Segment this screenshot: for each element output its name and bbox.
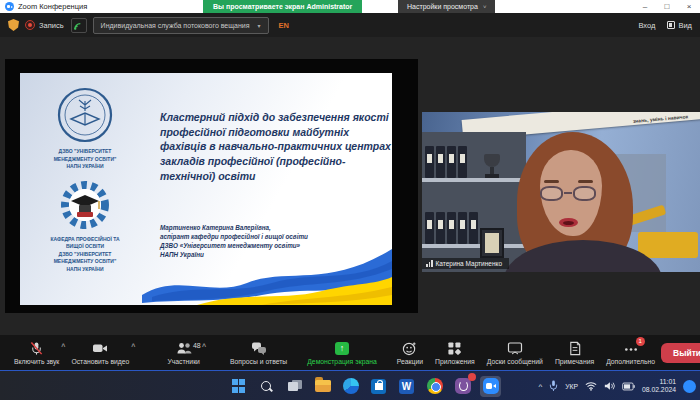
more-button[interactable]: 1 Дополнительно	[600, 335, 661, 370]
smiley-icon	[402, 341, 417, 356]
file-explorer-button[interactable]	[312, 376, 333, 397]
zoom-toolbar: Включить звук ^ Остановить видео ^ 48 Уч…	[0, 335, 700, 370]
hidden-icons-chevron[interactable]: ^	[538, 382, 542, 391]
volume-icon[interactable]	[604, 381, 615, 391]
window-controls: – □ ×	[634, 0, 700, 13]
department-logo-caption: КАФЕДРА ПРОФЕСІЙНОЇ ТА ВИЩОЇ ОСВІТИ ДЗВО…	[50, 236, 119, 274]
wifi-icon[interactable]	[585, 381, 597, 391]
stop-video-button[interactable]: Остановить видео	[65, 335, 135, 370]
eyebrow	[544, 180, 559, 183]
search-icon	[259, 379, 274, 394]
chevron-down-icon: ˅	[483, 4, 487, 10]
clock-time: 11:01	[642, 378, 676, 386]
viber-notification-badge	[468, 373, 476, 381]
language-badge[interactable]: EN	[279, 21, 289, 30]
task-view-icon	[288, 380, 302, 392]
recording-label: Запись	[39, 21, 64, 30]
taskbar-search[interactable]	[256, 376, 277, 397]
audio-signal-icon	[426, 260, 433, 267]
windows-taskbar: W ^ УКР 11:01 08.02.2024	[0, 370, 700, 400]
folder-icon	[315, 380, 331, 392]
share-screen-button[interactable]: ↑ Демонстрация экрана	[301, 335, 382, 370]
reactions-button[interactable]: Реакции	[391, 335, 429, 370]
bookshelf	[422, 132, 526, 272]
word-button[interactable]: W	[396, 376, 417, 397]
security-shield-icon[interactable]	[8, 19, 19, 31]
edge-button[interactable]	[340, 376, 361, 397]
camera-icon	[92, 341, 108, 356]
chrome-button[interactable]	[424, 376, 445, 397]
word-icon: W	[399, 379, 414, 394]
qa-button[interactable]: Вопросы и ответы	[224, 335, 293, 370]
viewing-screen-banner: Вы просматриваете экран Administrator	[203, 0, 362, 13]
viber-icon	[455, 378, 471, 394]
recording-icon	[25, 20, 35, 30]
tray-mic-icon[interactable]	[549, 380, 558, 392]
flag-wave-graphic	[142, 243, 392, 305]
battery-icon[interactable]	[622, 382, 635, 391]
apps-grid-icon	[447, 341, 462, 356]
task-view-button[interactable]	[284, 376, 305, 397]
zoom-app-icon	[5, 2, 14, 11]
apps-button[interactable]: Приложения	[429, 335, 481, 370]
glasses-lens	[540, 186, 563, 201]
view-settings-button[interactable]: Настройки просмотра ˅	[398, 0, 495, 13]
store-icon	[371, 379, 386, 394]
viber-button[interactable]	[452, 376, 473, 397]
dropdown-arrow-icon: ▾	[257, 22, 260, 29]
close-button[interactable]: ×	[678, 0, 700, 13]
window-titlebar: Zoom Конференция Вы просматриваете экран…	[0, 0, 700, 13]
muted-mic-icon	[29, 341, 44, 356]
meeting-info-bar: Запись Индивидуальная служба потокового …	[0, 13, 700, 37]
department-logo	[59, 179, 111, 231]
language-indicator[interactable]: УКР	[565, 383, 578, 390]
participants-count: 48	[193, 342, 201, 349]
eyebrow	[578, 180, 593, 183]
notification-center-icon[interactable]	[683, 380, 696, 393]
maximize-button[interactable]: □	[656, 0, 678, 13]
zoom-taskbar-button[interactable]	[480, 376, 501, 397]
live-stream-icon	[71, 18, 87, 33]
participant-name-tag: Катерина Мартиненко	[422, 258, 509, 269]
notes-button[interactable]: Примечания	[549, 335, 600, 370]
chrome-icon	[427, 378, 443, 394]
start-button[interactable]	[228, 376, 249, 397]
minimize-button[interactable]: –	[634, 0, 656, 13]
slide-logo-column: ДЗВО "УНІВЕРСИТЕТ МЕНЕДЖМЕНТУ ОСВІТИ" НА…	[20, 73, 150, 305]
participants-icon: 48	[176, 341, 192, 356]
glasses-lens	[573, 186, 596, 201]
leave-button[interactable]: Выйти	[661, 343, 700, 363]
university-logo-caption: ДЗВО "УНІВЕРСИТЕТ МЕНЕДЖМЕНТУ ОСВІТИ" НА…	[54, 148, 117, 171]
chat-bubbles-icon	[251, 341, 267, 356]
clock-date: 08.02.2024	[642, 386, 676, 394]
trophy	[484, 154, 500, 178]
stream-service-dropdown[interactable]: Индивидуальная служба потокового вещания…	[93, 17, 269, 34]
windows-logo-icon	[232, 379, 246, 393]
whiteboards-button[interactable]: Доски сообщений	[481, 335, 549, 370]
signin-link[interactable]: Вход	[638, 21, 655, 30]
participant-mouth	[559, 218, 578, 227]
view-icon	[667, 21, 675, 29]
edge-icon	[343, 378, 359, 394]
taskbar-clock[interactable]: 11:01 08.02.2024	[642, 378, 676, 395]
unmute-button[interactable]: Включить звук	[8, 335, 65, 370]
framed-certificate	[480, 228, 504, 258]
notes-icon	[568, 341, 582, 356]
slide-title: Кластерний підхід до забезпечення якості…	[160, 110, 392, 183]
share-screen-icon: ↑	[335, 341, 349, 356]
whiteboard-icon	[507, 341, 523, 356]
participants-button[interactable]: 48 Участники	[161, 335, 205, 370]
participant-video[interactable]: знань, умінь і навичок	[422, 112, 700, 272]
university-logo	[54, 87, 116, 143]
view-button[interactable]: Вид	[667, 21, 692, 30]
zoom-window: Zoom Конференция Вы просматриваете экран…	[0, 0, 700, 400]
zoom-icon	[483, 378, 499, 394]
meeting-main-area: ДЗВО "УНІВЕРСИТЕТ МЕНЕДЖМЕНТУ ОСВІТИ" НА…	[0, 37, 700, 335]
store-button[interactable]	[368, 376, 389, 397]
shared-screen-canvas: ДЗВО "УНІВЕРСИТЕТ МЕНЕДЖМЕНТУ ОСВІТИ" НА…	[5, 59, 418, 313]
more-dots-icon: 1	[623, 341, 639, 356]
presentation-slide: ДЗВО "УНІВЕРСИТЕТ МЕНЕДЖМЕНТУ ОСВІТИ" НА…	[20, 73, 392, 305]
glasses-bridge	[564, 192, 572, 194]
system-tray: ^ УКР 11:01 08.02.2024	[538, 371, 696, 400]
more-notification-badge: 1	[636, 337, 645, 346]
